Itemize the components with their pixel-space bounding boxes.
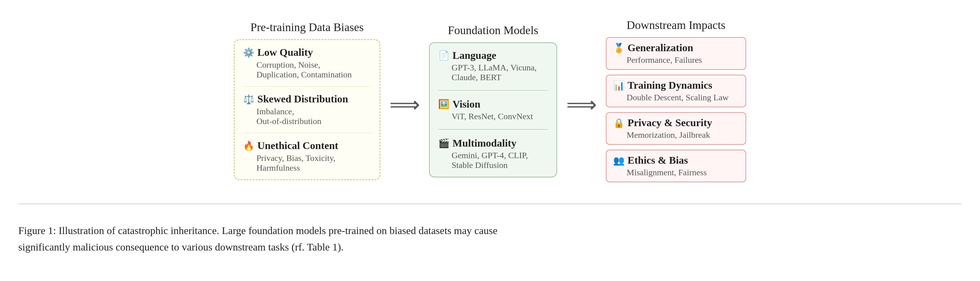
diagram: Pre-training Data Biases ⚙️ Low Quality … (18, 12, 962, 188)
vision-icon: 🖼️ (438, 99, 449, 110)
arrow1: ⟹ (390, 94, 420, 116)
foundation-item-2-desc: Gemini, GPT-4, CLIP, Stable Diffusion (452, 151, 548, 170)
downstream-item-0-desc: Performance, Failures (627, 55, 739, 65)
foundation-box: 📄 Language GPT-3, LLaMA, Vicuna, Claude,… (429, 42, 557, 177)
col3-title: Downstream Impacts (606, 18, 746, 32)
downstream-item-2-desc: Memorization, Jailbreak (627, 130, 739, 140)
figure-caption: Figure 1: Illustration of catastrophic i… (18, 222, 872, 256)
col2: Foundation Models 📄 Language GPT-3, LLaM… (429, 24, 557, 177)
downstream-item-1-title: 📊 Training Dynamics (613, 79, 739, 91)
bias-item-0: ⚙️ Low Quality Corruption, Noise, Duplic… (243, 47, 371, 79)
downstream-item-0: 🏅 Generalization Performance, Failures (606, 37, 746, 70)
downstream-item-0-title: 🏅 Generalization (613, 42, 739, 54)
generalization-icon: 🏅 (613, 43, 624, 53)
bias-item-1: ⚖️ Skewed Distribution Imbalance, Out-of… (243, 93, 371, 126)
downstream-item-3-title: 👥 Ethics & Bias (613, 154, 739, 166)
foundation-item-2-title: 🎬 Multimodality (438, 137, 548, 149)
bias-item-0-title: ⚙️ Low Quality (243, 47, 371, 58)
arrow2: ⟹ (566, 94, 597, 116)
bias-box: ⚙️ Low Quality Corruption, Noise, Duplic… (234, 39, 380, 180)
downstream-item-3-desc: Misalignment, Fairness (627, 168, 739, 177)
low-quality-icon: ⚙️ (243, 47, 254, 58)
col1-title: Pre-training Data Biases (234, 21, 380, 34)
foundation-item-2: 🎬 Multimodality Gemini, GPT-4, CLIP, Sta… (438, 137, 548, 170)
col1: Pre-training Data Biases ⚙️ Low Quality … (234, 21, 380, 180)
divider1 (438, 90, 548, 90)
foundation-item-0-title: 📄 Language (438, 50, 548, 61)
downstream-item-3: 👥 Ethics & Bias Misalignment, Fairness (606, 150, 746, 182)
foundation-item-1: 🖼️ Vision ViT, ResNet, ConvNext (438, 98, 548, 121)
unethical-icon: 🔥 (243, 141, 254, 151)
downstream-item-2-title: 🔒 Privacy & Security (613, 117, 739, 129)
bias-item-2-desc: Privacy, Bias, Toxicity, Harmfulness (256, 153, 371, 173)
col2-title: Foundation Models (429, 24, 557, 37)
foundation-item-1-title: 🖼️ Vision (438, 98, 548, 110)
downstream-item-1-desc: Double Descent, Scaling Law (627, 93, 739, 102)
bias-item-2-title: 🔥 Unethical Content (243, 140, 371, 151)
skewed-icon: ⚖️ (243, 94, 254, 105)
training-dynamics-icon: 📊 (613, 80, 624, 91)
language-icon: 📄 (438, 50, 449, 61)
divider-line (18, 203, 962, 204)
bias-item-0-desc: Corruption, Noise, Duplication, Contamin… (256, 60, 371, 79)
multimodal-icon: 🎬 (438, 138, 449, 148)
downstream-col: 🏅 Generalization Performance, Failures 📊… (606, 37, 746, 182)
divider2 (438, 129, 548, 130)
downstream-item-2: 🔒 Privacy & Security Memorization, Jailb… (606, 112, 746, 145)
bias-item-1-title: ⚖️ Skewed Distribution (243, 93, 371, 105)
bias-item-2: 🔥 Unethical Content Privacy, Bias, Toxic… (243, 140, 371, 173)
privacy-security-icon: 🔒 (613, 117, 624, 128)
downstream-item-1: 📊 Training Dynamics Double Descent, Scal… (606, 75, 746, 107)
foundation-item-1-desc: ViT, ResNet, ConvNext (452, 111, 548, 121)
foundation-item-0-desc: GPT-3, LLaMA, Vicuna, Claude, BERT (452, 63, 548, 82)
ethics-bias-icon: 👥 (613, 155, 624, 166)
col3: Downstream Impacts 🏅 Generalization Perf… (606, 18, 746, 182)
foundation-item-0: 📄 Language GPT-3, LLaMA, Vicuna, Claude,… (438, 50, 548, 82)
bias-item-1-desc: Imbalance, Out-of-distribution (256, 107, 371, 126)
